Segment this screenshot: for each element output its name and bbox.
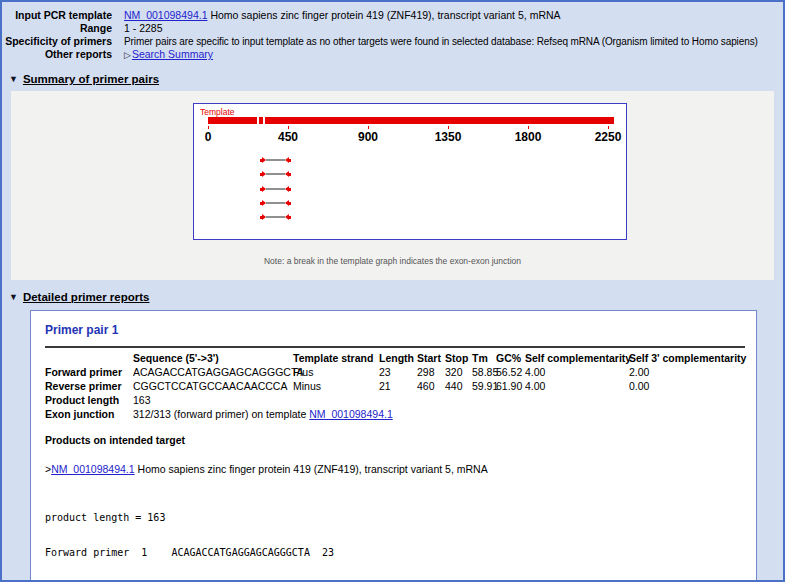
forward-sequence: ACAGACCATGAGGAGCAGGGCTA (133, 365, 293, 379)
product-length-value: 163 (133, 393, 745, 407)
specificity-value: Primer pairs are specific to input templ… (112, 35, 758, 48)
reverse-strand: Minus (293, 379, 379, 393)
input-pcr-template-row: Input PCR template NM_001098494.1 Homo s… (2, 9, 783, 22)
exon-junction-accession-link[interactable]: NM_001098494.1 (309, 408, 392, 420)
detailed-section-header[interactable]: ▼ Detailed primer reports (9, 291, 783, 303)
primer-pair-1-title: Primer pair 1 (45, 323, 742, 337)
product-length-row: Product length 163 (45, 393, 745, 407)
forward-primer-row: Forward primer ACAGACCATGAGGAGCAGGGCTA P… (45, 365, 745, 379)
reverse-length: 21 (379, 379, 417, 393)
exon-junction-break (257, 117, 259, 124)
col-header-length: Length (379, 347, 417, 365)
other-reports-label: Other reports (2, 48, 112, 62)
alignment-line: product length = 163 (45, 511, 742, 524)
axis-tick-mark (208, 126, 209, 129)
forward-self-3-complementarity: 2.00 (629, 365, 745, 379)
alignment-line: Forward primer 1 ACAGACCATGAGGAGCAGGGCTA… (45, 546, 742, 559)
details-collapse-triangle-icon[interactable]: ▼ (9, 292, 18, 302)
exon-junction-note: Note: a break in the template graph indi… (11, 256, 774, 266)
axis-tick-mark (448, 126, 449, 129)
forward-gc: 56.52 (496, 365, 525, 379)
input-template-accession-link[interactable]: NM_001098494.1 (124, 9, 207, 21)
axis-tick-label: 900 (358, 130, 378, 144)
col-header-tm: Tm (472, 347, 496, 365)
col-header-self-complementarity: Self complementarity (525, 347, 629, 365)
forward-tm: 58.85 (472, 365, 496, 379)
specificity-row: Specificity of primers Primer pairs are … (2, 35, 783, 48)
input-template-label: Input PCR template (2, 9, 112, 22)
axis-tick-mark (368, 126, 369, 129)
input-template-description: Homo sapiens zinc finger protein 419 (ZN… (210, 9, 560, 21)
exon-junction-text: 312/313 (forward primer) on template (133, 408, 309, 420)
forward-length: 23 (379, 365, 417, 379)
forward-stop: 320 (445, 365, 472, 379)
forward-self-complementarity: 4.00 (525, 365, 629, 379)
summary-section-title: Summary of primer pairs (23, 73, 159, 85)
reverse-primer-label: Reverse primer (45, 379, 133, 393)
axis-tick-label: 0 (205, 130, 212, 144)
primer-pair-glyph-1 (260, 156, 291, 164)
primer-summary-graph: Template 0 450 900 1350 1800 2250 (193, 103, 627, 240)
exon-junction-label: Exon junction (45, 407, 133, 421)
reverse-sequence: CGGCTCCATGCCAACAACCCA (133, 379, 293, 393)
axis-tick-label: 2250 (595, 130, 622, 144)
range-row: Range 1 - 2285 (2, 22, 783, 35)
primer-pair-glyph-5 (260, 213, 291, 221)
range-value: 1 - 2285 (112, 22, 163, 35)
other-reports-row: Other reports ▷Search Summary (2, 48, 783, 62)
forward-strand: Plus (293, 365, 379, 379)
reverse-start: 460 (417, 379, 445, 393)
primer-pair-1-panel: Primer pair 1 Sequence (5'->3') Template… (30, 310, 757, 582)
axis-tick-mark (288, 126, 289, 129)
col-header-sequence: Sequence (5'->3') (133, 347, 293, 365)
reverse-primer-row: Reverse primer CGGCTCCATGCCAACAACCCA Min… (45, 379, 745, 393)
reverse-self-3-complementarity: 0.00 (629, 379, 745, 393)
target-accession-link[interactable]: NM_001098494.1 (51, 463, 134, 475)
reverse-self-complementarity: 4.00 (525, 379, 629, 393)
axis-tick-mark (608, 126, 609, 129)
input-template-value: NM_001098494.1 Homo sapiens zinc finger … (112, 9, 561, 22)
summary-graph-panel: Template 0 450 900 1350 1800 2250 Note: … (11, 91, 774, 280)
expand-triangle-icon[interactable]: ▷ (124, 50, 131, 60)
summary-collapse-triangle-icon[interactable]: ▼ (9, 74, 18, 84)
products-on-target-heading: Products on intended target (45, 434, 742, 446)
axis-tick-label: 450 (278, 130, 298, 144)
primer-pair-glyph-4 (260, 199, 291, 207)
product-length-label: Product length (45, 393, 133, 407)
forward-start: 298 (417, 365, 445, 379)
template-bar (208, 117, 614, 124)
search-summary-link[interactable]: Search Summary (132, 48, 213, 60)
specificity-label: Specificity of primers (2, 35, 112, 48)
col-header-start: Start (417, 347, 445, 365)
col-header-gc: GC% (496, 347, 525, 365)
table-header-row: Sequence (5'->3') Template strand Length… (45, 347, 745, 365)
reverse-tm: 59.91 (472, 379, 496, 393)
primer-pair-glyph-3 (260, 185, 291, 193)
exon-junction-value: 312/313 (forward primer) on template NM_… (133, 407, 745, 421)
summary-section-header[interactable]: ▼ Summary of primer pairs (9, 73, 783, 85)
report-header: Input PCR template NM_001098494.1 Homo s… (2, 2, 783, 62)
col-header-self-3-complementarity: Self 3' complementarity (629, 347, 745, 365)
forward-primer-label: Forward primer (45, 365, 133, 379)
template-label: Template (200, 107, 235, 117)
range-label: Range (2, 22, 112, 35)
other-reports-value: ▷Search Summary (112, 48, 213, 62)
target-product-header: >NM_001098494.1 Homo sapiens zinc finger… (45, 463, 742, 475)
col-header-empty (45, 347, 133, 365)
axis-tick-label: 1800 (515, 130, 542, 144)
alignment-block: product length = 163 Forward primer 1 AC… (45, 489, 742, 582)
axis-tick-mark (528, 126, 529, 129)
primer-pair-glyph-2 (260, 170, 291, 178)
primer-blast-results-page: Input PCR template NM_001098494.1 Homo s… (0, 0, 785, 582)
target-description: Homo sapiens zinc finger protein 419 (ZN… (135, 463, 488, 475)
primer-stats-table: Sequence (5'->3') Template strand Length… (45, 346, 745, 421)
axis-tick-label: 1350 (435, 130, 462, 144)
reverse-stop: 440 (445, 379, 472, 393)
exon-junction-break (263, 117, 265, 124)
col-header-stop: Stop (445, 347, 472, 365)
exon-junction-row: Exon junction 312/313 (forward primer) o… (45, 407, 745, 421)
reverse-gc: 61.90 (496, 379, 525, 393)
col-header-strand: Template strand (293, 347, 379, 365)
detailed-section-title: Detailed primer reports (23, 291, 150, 303)
